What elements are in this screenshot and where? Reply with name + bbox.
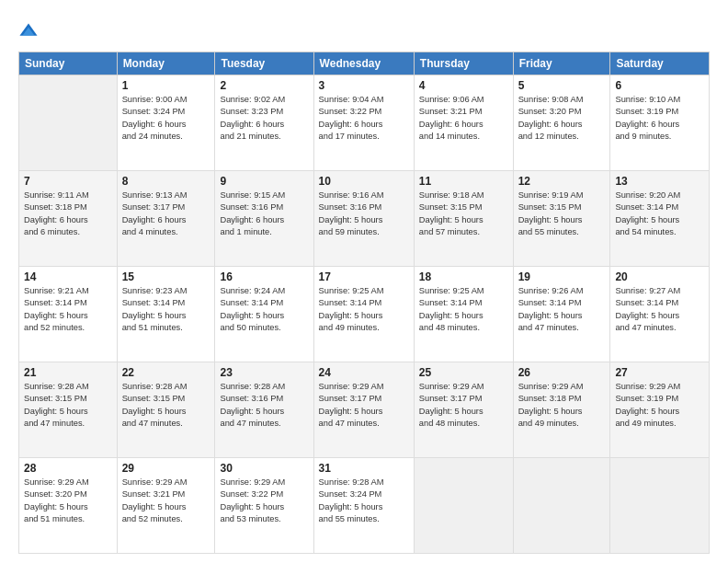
calendar-cell: 25Sunrise: 9:29 AM Sunset: 3:17 PM Dayli…: [414, 362, 513, 458]
day-number: 6: [615, 79, 704, 92]
calendar-cell: 14Sunrise: 9:21 AM Sunset: 3:14 PM Dayli…: [19, 267, 118, 362]
day-number: 16: [220, 270, 308, 283]
day-number: 2: [220, 79, 308, 92]
calendar-cell: 30Sunrise: 9:29 AM Sunset: 3:22 PM Dayli…: [215, 458, 313, 554]
calendar-cell: 21Sunrise: 9:28 AM Sunset: 3:15 PM Dayli…: [19, 362, 118, 458]
day-info: Sunrise: 9:29 AM Sunset: 3:22 PM Dayligh…: [220, 477, 308, 526]
day-info: Sunrise: 9:06 AM Sunset: 3:21 PM Dayligh…: [419, 94, 508, 144]
weekday-header-thursday: Thursday: [414, 52, 513, 75]
day-info: Sunrise: 9:29 AM Sunset: 3:17 PM Dayligh…: [319, 381, 409, 431]
day-info: Sunrise: 9:25 AM Sunset: 3:14 PM Dayligh…: [319, 285, 409, 335]
day-info: Sunrise: 9:21 AM Sunset: 3:14 PM Dayligh…: [24, 285, 112, 335]
day-info: Sunrise: 9:27 AM Sunset: 3:14 PM Dayligh…: [615, 285, 704, 335]
calendar-cell: [19, 75, 118, 171]
day-number: 1: [122, 79, 210, 92]
page: SundayMondayTuesdayWednesdayThursdayFrid…: [0, 0, 728, 563]
calendar-cell: 31Sunrise: 9:28 AM Sunset: 3:24 PM Dayli…: [313, 458, 414, 554]
calendar-cell: 27Sunrise: 9:29 AM Sunset: 3:19 PM Dayli…: [610, 362, 710, 458]
day-number: 11: [419, 175, 508, 188]
day-number: 19: [518, 270, 606, 283]
day-info: Sunrise: 9:29 AM Sunset: 3:21 PM Dayligh…: [122, 477, 210, 526]
calendar-header-row: SundayMondayTuesdayWednesdayThursdayFrid…: [19, 52, 710, 75]
day-info: Sunrise: 9:15 AM Sunset: 3:16 PM Dayligh…: [220, 190, 308, 239]
calendar-cell: 10Sunrise: 9:16 AM Sunset: 3:16 PM Dayli…: [313, 171, 414, 267]
calendar-cell: 13Sunrise: 9:20 AM Sunset: 3:14 PM Dayli…: [610, 171, 710, 267]
day-number: 3: [319, 79, 409, 92]
weekday-header-friday: Friday: [513, 52, 610, 75]
day-info: Sunrise: 9:19 AM Sunset: 3:15 PM Dayligh…: [518, 190, 606, 239]
day-info: Sunrise: 9:26 AM Sunset: 3:14 PM Dayligh…: [518, 285, 606, 335]
day-info: Sunrise: 9:04 AM Sunset: 3:22 PM Dayligh…: [319, 94, 409, 144]
day-info: Sunrise: 9:10 AM Sunset: 3:19 PM Dayligh…: [615, 94, 704, 144]
calendar-week-5: 28Sunrise: 9:29 AM Sunset: 3:20 PM Dayli…: [19, 458, 710, 554]
day-info: Sunrise: 9:18 AM Sunset: 3:15 PM Dayligh…: [419, 190, 508, 239]
calendar-cell: 18Sunrise: 9:25 AM Sunset: 3:14 PM Dayli…: [414, 267, 513, 362]
calendar-cell: [513, 458, 610, 554]
calendar-cell: 12Sunrise: 9:19 AM Sunset: 3:15 PM Dayli…: [513, 171, 610, 267]
day-info: Sunrise: 9:28 AM Sunset: 3:15 PM Dayligh…: [24, 381, 112, 431]
calendar-week-1: 1Sunrise: 9:00 AM Sunset: 3:24 PM Daylig…: [19, 75, 710, 171]
day-number: 24: [319, 366, 409, 379]
day-number: 28: [24, 462, 112, 475]
calendar-cell: [610, 458, 710, 554]
calendar-cell: 17Sunrise: 9:25 AM Sunset: 3:14 PM Dayli…: [313, 267, 414, 362]
calendar-cell: 23Sunrise: 9:28 AM Sunset: 3:16 PM Dayli…: [215, 362, 313, 458]
day-number: 14: [24, 270, 112, 283]
logo-icon: [18, 22, 39, 42]
weekday-header-monday: Monday: [117, 52, 215, 75]
calendar-cell: 28Sunrise: 9:29 AM Sunset: 3:20 PM Dayli…: [19, 458, 118, 554]
day-info: Sunrise: 9:29 AM Sunset: 3:19 PM Dayligh…: [615, 381, 704, 431]
day-info: Sunrise: 9:28 AM Sunset: 3:15 PM Dayligh…: [122, 381, 210, 431]
calendar-cell: 7Sunrise: 9:11 AM Sunset: 3:18 PM Daylig…: [19, 171, 118, 267]
calendar-cell: 26Sunrise: 9:29 AM Sunset: 3:18 PM Dayli…: [513, 362, 610, 458]
day-info: Sunrise: 9:00 AM Sunset: 3:24 PM Dayligh…: [122, 94, 210, 144]
calendar-cell: 4Sunrise: 9:06 AM Sunset: 3:21 PM Daylig…: [414, 75, 513, 171]
day-number: 25: [419, 366, 508, 379]
day-info: Sunrise: 9:11 AM Sunset: 3:18 PM Dayligh…: [24, 190, 112, 239]
day-info: Sunrise: 9:25 AM Sunset: 3:14 PM Dayligh…: [419, 285, 508, 335]
calendar-cell: 22Sunrise: 9:28 AM Sunset: 3:15 PM Dayli…: [117, 362, 215, 458]
day-number: 15: [122, 270, 210, 283]
calendar-cell: 11Sunrise: 9:18 AM Sunset: 3:15 PM Dayli…: [414, 171, 513, 267]
day-number: 30: [220, 462, 308, 475]
calendar-cell: 2Sunrise: 9:02 AM Sunset: 3:23 PM Daylig…: [215, 75, 313, 171]
calendar-cell: 19Sunrise: 9:26 AM Sunset: 3:14 PM Dayli…: [513, 267, 610, 362]
day-info: Sunrise: 9:20 AM Sunset: 3:14 PM Dayligh…: [615, 190, 704, 239]
day-number: 27: [615, 366, 704, 379]
weekday-header-sunday: Sunday: [19, 52, 118, 75]
calendar-cell: 29Sunrise: 9:29 AM Sunset: 3:21 PM Dayli…: [117, 458, 215, 554]
day-number: 21: [24, 366, 112, 379]
day-number: 31: [319, 462, 409, 475]
calendar-cell: 24Sunrise: 9:29 AM Sunset: 3:17 PM Dayli…: [313, 362, 414, 458]
calendar-week-4: 21Sunrise: 9:28 AM Sunset: 3:15 PM Dayli…: [19, 362, 710, 458]
calendar-cell: 16Sunrise: 9:24 AM Sunset: 3:14 PM Dayli…: [215, 267, 313, 362]
day-info: Sunrise: 9:29 AM Sunset: 3:18 PM Dayligh…: [518, 381, 606, 431]
day-number: 12: [518, 175, 606, 188]
day-info: Sunrise: 9:29 AM Sunset: 3:20 PM Dayligh…: [24, 477, 112, 526]
calendar-week-2: 7Sunrise: 9:11 AM Sunset: 3:18 PM Daylig…: [19, 171, 710, 267]
weekday-header-saturday: Saturday: [610, 52, 710, 75]
day-info: Sunrise: 9:16 AM Sunset: 3:16 PM Dayligh…: [319, 190, 409, 239]
logo: [18, 20, 42, 42]
day-number: 23: [220, 366, 308, 379]
day-info: Sunrise: 9:02 AM Sunset: 3:23 PM Dayligh…: [220, 94, 308, 144]
calendar-cell: [414, 458, 513, 554]
calendar-cell: 1Sunrise: 9:00 AM Sunset: 3:24 PM Daylig…: [117, 75, 215, 171]
day-number: 13: [615, 175, 704, 188]
calendar-cell: 9Sunrise: 9:15 AM Sunset: 3:16 PM Daylig…: [215, 171, 313, 267]
day-info: Sunrise: 9:28 AM Sunset: 3:16 PM Dayligh…: [220, 381, 308, 431]
day-number: 10: [319, 175, 409, 188]
day-info: Sunrise: 9:23 AM Sunset: 3:14 PM Dayligh…: [122, 285, 210, 335]
day-number: 9: [220, 175, 308, 188]
day-number: 26: [518, 366, 606, 379]
day-number: 8: [122, 175, 210, 188]
day-number: 20: [615, 270, 704, 283]
calendar: SundayMondayTuesdayWednesdayThursdayFrid…: [18, 52, 710, 554]
calendar-cell: 6Sunrise: 9:10 AM Sunset: 3:19 PM Daylig…: [610, 75, 710, 171]
day-info: Sunrise: 9:28 AM Sunset: 3:24 PM Dayligh…: [319, 477, 409, 526]
day-number: 4: [419, 79, 508, 92]
day-number: 5: [518, 79, 606, 92]
day-number: 22: [122, 366, 210, 379]
day-number: 18: [419, 270, 508, 283]
day-info: Sunrise: 9:29 AM Sunset: 3:17 PM Dayligh…: [419, 381, 508, 431]
